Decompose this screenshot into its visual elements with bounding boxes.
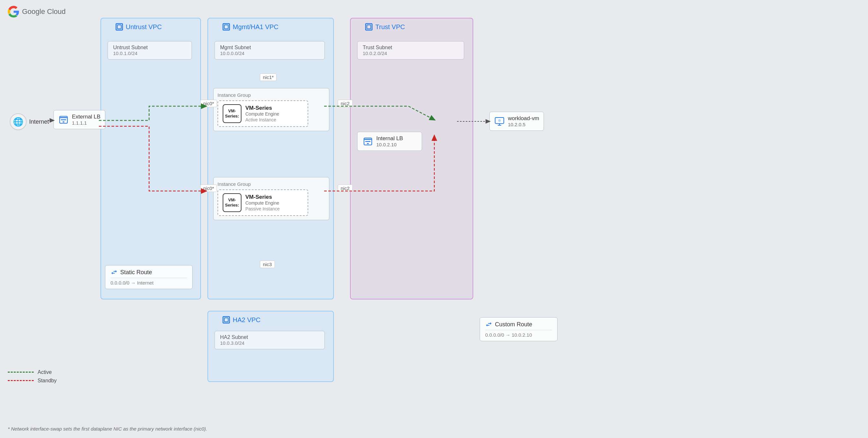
passive-vm-card: VM-Series: VM-Series Compute Engine Pass… xyxy=(217,190,308,216)
custom-route-rule: 0.0.0.0/0 → 10.0.2.10 xyxy=(485,330,552,338)
ha2-vpc-title: HA2 VPC xyxy=(222,316,260,324)
external-lb-label: External LB xyxy=(72,114,100,120)
workload-vm-ip: 10.2.0.5 xyxy=(508,122,539,127)
ha2-vpc-box: HA2 VPC HA2 Subnet 10.0.3.0/24 xyxy=(208,311,334,382)
untrust-vpc-box: Untrust VPC Untrust Subnet 10.0.1.0/24 S… xyxy=(100,18,201,299)
mgmt-subnet-box: Mgmt Subnet 10.0.0.0/24 xyxy=(215,41,325,60)
trust-vpc-icon xyxy=(365,23,373,31)
untrust-vpc-title: Untrust VPC xyxy=(115,23,162,31)
active-vm-card: VM-Series: VM-Series Compute Engine Acti… xyxy=(217,100,308,127)
mgmt-vpc-title: Mgmt/HA1 VPC xyxy=(222,23,278,31)
footnote: * Network interface-swap sets the first … xyxy=(8,426,207,432)
custom-route-icon xyxy=(485,321,492,328)
workload-vm-box: workload-vm 10.2.0.5 xyxy=(489,112,544,131)
nic0-active-label: nic0* xyxy=(200,100,217,107)
nic3-label: nic3 xyxy=(260,261,275,268)
active-vm-info: VM-Series Compute Engine Active Instance xyxy=(245,105,279,122)
external-lb-icon xyxy=(58,114,69,125)
trust-subnet-box: Trust Subnet 10.0.2.0/24 xyxy=(357,41,464,60)
custom-route-title: Custom Route xyxy=(485,321,552,328)
vm-series-logo-passive: VM-Series: xyxy=(223,193,242,212)
internal-lb-ip: 10.0.2.10 xyxy=(376,142,403,147)
internet-node: 🌐 Internet xyxy=(10,113,49,130)
trust-vpc-box: Trust VPC Trust Subnet 10.0.2.0/24 Inter… xyxy=(350,18,473,299)
svg-rect-5 xyxy=(367,25,371,29)
active-line-icon xyxy=(8,372,34,373)
svg-point-11 xyxy=(498,119,501,122)
workload-vm-label: workload-vm xyxy=(508,115,539,122)
google-cloud-logo: Google Cloud xyxy=(8,6,66,18)
static-route-title: Static Route xyxy=(111,269,187,276)
svg-rect-1 xyxy=(117,25,121,29)
standby-line-icon xyxy=(8,380,34,381)
route-icon xyxy=(111,269,118,276)
header: Google Cloud xyxy=(8,6,66,18)
svg-rect-8 xyxy=(224,318,228,322)
internal-lb-label: Internal LB xyxy=(376,135,403,142)
nic0-passive-label: nic0* xyxy=(200,184,217,192)
nic1-label: nic1* xyxy=(260,73,277,81)
google-cloud-icon xyxy=(8,6,20,18)
internal-lb-icon xyxy=(363,136,373,147)
passive-instance-group: Instance Group VM-Series: VM-Series Comp… xyxy=(213,177,329,220)
external-lb-ip: 1.1.1.1 xyxy=(72,120,100,126)
svg-rect-3 xyxy=(224,25,228,29)
legend-standby-label: Standby xyxy=(38,378,57,383)
trust-vpc-title: Trust VPC xyxy=(365,23,405,31)
external-lb-box: External LB 1.1.1.1 xyxy=(54,110,105,129)
legend: Active Standby xyxy=(8,369,57,386)
mgmt-vpc-icon xyxy=(222,23,230,31)
vm-series-logo-active: VM-Series: xyxy=(223,104,242,123)
custom-route-box: Custom Route 0.0.0.0/0 → 10.0.2.10 xyxy=(480,317,557,341)
nic2-passive-label: nic2 xyxy=(338,184,353,192)
internal-lb-box: Internal LB 10.0.2.10 xyxy=(357,132,422,151)
static-route-box: Static Route 0.0.0.0/0 → Internet xyxy=(105,265,192,289)
internet-icon: 🌐 xyxy=(10,113,27,130)
mgmt-vpc-box: Mgmt/HA1 VPC Mgmt Subnet 10.0.0.0/24 nic… xyxy=(208,18,334,299)
legend-active: Active xyxy=(8,369,57,375)
legend-active-label: Active xyxy=(38,369,52,375)
untrust-vpc-icon xyxy=(115,23,123,31)
ha2-subnet-box: HA2 Subnet 10.0.3.0/24 xyxy=(215,331,325,349)
passive-vm-info: VM-Series Compute Engine Passive Instanc… xyxy=(245,194,280,211)
active-instance-group: Instance Group VM-Series: VM-Series Comp… xyxy=(213,88,329,131)
untrust-subnet-box: Untrust Subnet 10.0.1.0/24 xyxy=(107,41,192,60)
internet-label: Internet xyxy=(29,119,49,125)
ha2-vpc-icon xyxy=(222,316,230,324)
legend-standby: Standby xyxy=(8,378,57,383)
nic2-active-label: nic2 xyxy=(338,100,353,107)
workload-vm-icon xyxy=(494,116,505,127)
google-cloud-text: Google Cloud xyxy=(22,7,66,16)
